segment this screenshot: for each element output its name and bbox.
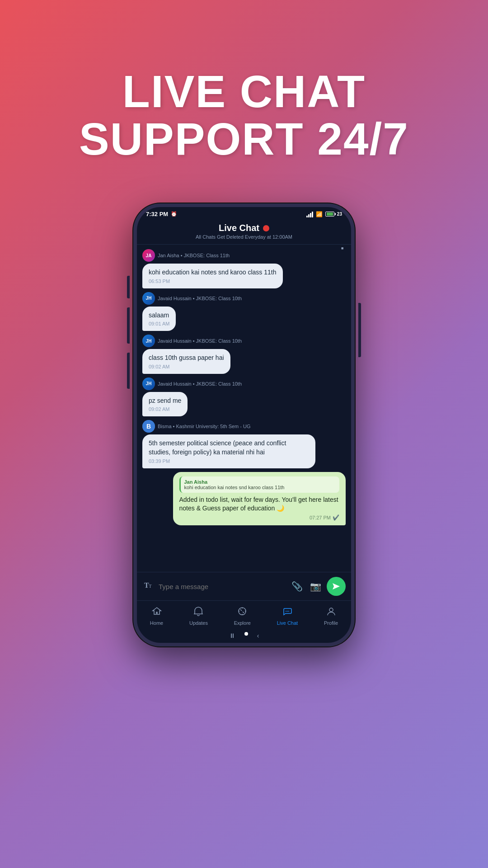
profile-icon [326,606,336,619]
message-input[interactable] [159,581,286,592]
volume-up-button [127,307,130,344]
avatar-javaid-2: JH [142,335,155,347]
message-text-5: 5th semester political science (peace an… [149,439,309,457]
menu-button[interactable]: ▪️ [341,244,344,253]
power-button [358,303,361,357]
message-time-2: 09:01 AM [149,321,169,326]
own-message-time: 07:27 PM ✔️ [179,514,340,521]
livechat-icon [282,606,292,619]
signal-icon [306,211,313,217]
message-meta-4: JH Javaid Hussain • JKBOSE: Class 10th [142,377,346,390]
home-button[interactable] [244,632,248,636]
nav-updates-label: Updates [189,620,208,626]
message-text-2: salaam [149,311,169,320]
own-message-text: Added in todo list, wait for few days. Y… [179,495,340,513]
bubble-2: salaam 09:01 AM [142,307,176,331]
notch [217,207,271,217]
message-time-3: 09:02 AM [149,364,224,369]
nav-explore[interactable]: Explore [230,604,255,627]
phone-mockup: 7:32 PM ⏰ 📶 23 [133,203,355,646]
avatar-bisma: B [142,420,155,433]
attach-button[interactable]: 📎 [290,579,305,594]
message-text-3: class 10th gussa paper hai [149,354,224,363]
pause-button[interactable]: ⏸ [229,632,235,639]
wifi-icon: 📶 [316,211,323,217]
message-text-4: pz send me [149,396,181,406]
sender-name-4: Javaid Hussain • JKBOSE: Class 10th [158,381,242,387]
sender-name-3: Javaid Hussain • JKBOSE: Class 10th [158,338,242,344]
app-header: Live Chat All Chats Get Deleted Everyday… [137,219,351,245]
back-button[interactable]: ‹ [257,632,259,639]
mute-button [127,276,130,298]
message-group-3: JH Javaid Hussain • JKBOSE: Class 10th c… [142,335,346,374]
hero-section: LIVE CHAT SUPPORT 24/7 [34,0,454,203]
alarm-icon: ⏰ [171,211,177,217]
input-area: T T 📎 📷 [137,572,351,600]
nav-profile-label: Profile [324,620,338,626]
volume-down-button [127,353,130,389]
reply-sender: Jan Aisha [184,479,336,485]
status-time-area: 7:32 PM ⏰ [146,211,177,217]
bubble-4: pz send me 09:02 AM [142,392,188,417]
chat-title: Live Chat [146,223,342,233]
own-message: Jan Aisha kohi education kai notes snd k… [173,472,346,525]
svg-point-4 [286,611,286,612]
bubble-3: class 10th gussa paper hai 09:02 AM [142,349,230,374]
message-group-4: JH Javaid Hussain • JKBOSE: Class 10th p… [142,377,346,417]
avatar-javaid-1: JH [142,292,155,305]
svg-point-5 [287,611,288,612]
explore-icon [237,606,247,619]
message-meta-5: B Bisma • Kashmir University: 5th Sem - … [142,420,346,433]
chat-area: JA Jan Aisha • JKBOSE: Class 11th kohi e… [137,245,351,572]
status-icons: 📶 23 [306,211,342,217]
bubble-5: 5th semester political science (peace an… [142,434,315,468]
sender-name-2: Javaid Hussain • JKBOSE: Class 10th [158,296,242,301]
message-meta-2: JH Javaid Hussain • JKBOSE: Class 10th [142,292,346,305]
svg-text:T: T [149,583,152,589]
sender-name-5: Bisma • Kashmir University: 5th Sem - UG [158,424,251,429]
live-indicator [263,225,269,231]
home-indicator: ⏸ ‹ [137,629,351,643]
hero-title: LIVE CHAT SUPPORT 24/7 [61,68,427,163]
message-time-4: 09:02 AM [149,406,181,412]
bottom-nav: Home Updates [137,600,351,629]
own-bubble: Jan Aisha kohi education kai notes snd k… [173,472,346,525]
sender-name-1: Jan Aisha • JKBOSE: Class 11th [158,253,230,258]
nav-livechat-label: Live Chat [277,620,298,626]
nav-home[interactable]: Home [145,604,168,627]
reply-text: kohi education kai notes snd karoo class… [184,485,336,490]
nav-home-label: Home [150,620,163,626]
message-group-5: B Bisma • Kashmir University: 5th Sem - … [142,420,346,468]
send-button[interactable] [327,577,346,596]
svg-point-7 [329,608,333,612]
svg-marker-2 [333,583,340,590]
message-time-5: 03:39 PM [149,458,309,464]
message-group-1: JA Jan Aisha • JKBOSE: Class 11th kohi e… [142,249,346,288]
battery-icon: 23 [325,212,342,217]
message-text-1: kohi education kai notes snd karoo class… [149,268,277,277]
svg-point-3 [239,608,246,615]
avatar-jan-aisha-1: JA [142,249,155,262]
updates-icon [193,606,203,619]
nav-profile[interactable]: Profile [319,604,343,627]
message-time-1: 06:53 PM [149,278,277,284]
reply-preview: Jan Aisha kohi education kai notes snd k… [179,476,340,493]
message-group-2: JH Javaid Hussain • JKBOSE: Class 10th s… [142,292,346,331]
home-icon [152,606,162,619]
header-subtitle: All Chats Get Deleted Everyday at 12:00A… [146,234,342,240]
camera-button[interactable]: 📷 [308,579,323,594]
avatar-javaid-3: JH [142,377,155,390]
svg-point-6 [288,611,289,612]
bubble-1: kohi education kai notes snd karoo class… [142,264,283,288]
message-meta-3: JH Javaid Hussain • JKBOSE: Class 10th [142,335,346,347]
nav-explore-label: Explore [234,620,251,626]
format-button[interactable]: T T [142,580,155,594]
read-receipt-icon: ✔️ [333,514,339,521]
message-meta-1: JA Jan Aisha • JKBOSE: Class 11th [142,249,346,262]
nav-updates[interactable]: Updates [185,604,212,627]
status-time: 7:32 PM [146,211,168,217]
phone-screen: 7:32 PM ⏰ 📶 23 [133,203,355,646]
nav-livechat[interactable]: Live Chat [272,604,302,627]
